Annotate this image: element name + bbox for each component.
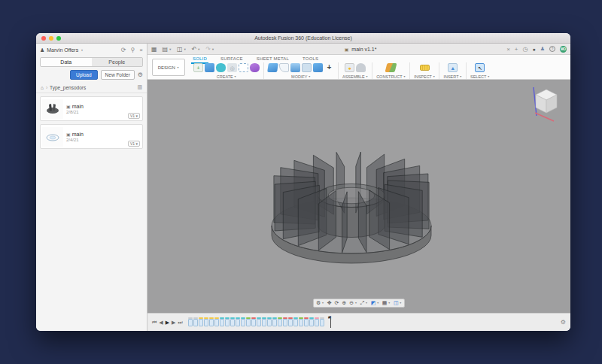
tab-people[interactable]: People xyxy=(92,58,143,66)
viewports-icon[interactable]: ◫▼ xyxy=(394,300,402,306)
timeline-feature-8[interactable] xyxy=(225,319,230,326)
pan-icon[interactable]: ✥ xyxy=(327,300,332,306)
timeline-feature-11[interactable] xyxy=(241,319,245,326)
timeline-feature-1[interactable] xyxy=(188,319,193,326)
timeline-feature-9[interactable] xyxy=(230,319,235,326)
extensions-icon[interactable]: ♟ xyxy=(540,46,545,52)
timeline-settings-gear-icon[interactable]: ⚙ xyxy=(561,319,566,326)
timeline-feature-4[interactable] xyxy=(204,319,208,326)
timeline-feature-25[interactable] xyxy=(315,319,319,326)
timeline-feature-24[interactable] xyxy=(309,319,314,326)
form-icon[interactable] xyxy=(216,63,226,72)
cylinder-icon[interactable]: ◎ xyxy=(227,63,237,72)
display-settings-icon[interactable]: ◩▼ xyxy=(371,300,379,306)
timeline-feature-7[interactable] xyxy=(220,319,224,326)
close-tab-icon[interactable]: × xyxy=(506,46,510,53)
ribbon-group-label[interactable]: INSPECT ▼ xyxy=(414,74,435,79)
pattern-icon[interactable] xyxy=(239,63,248,72)
version-badge[interactable]: V1 ▾ xyxy=(128,141,140,147)
fillet-icon[interactable] xyxy=(279,63,289,72)
workspace-selector[interactable]: DESIGN▼ xyxy=(152,59,185,76)
new-tab-icon[interactable]: + xyxy=(515,46,518,53)
timeline-feature-14[interactable] xyxy=(257,319,261,326)
timeline-feature-15[interactable] xyxy=(262,319,266,326)
user-menu[interactable]: ♟ Marvin Offers ▼ xyxy=(40,47,84,53)
viewport-canvas[interactable]: ⚙▼✥⟳⊕⊖▼⤢▼◩▼▦▼◫▼ xyxy=(147,80,570,313)
timeline-feature-3[interactable] xyxy=(199,319,203,326)
construction-plane-icon[interactable] xyxy=(385,63,397,72)
orbit-icon[interactable]: ⟳ xyxy=(335,300,339,306)
timeline-feature-13[interactable] xyxy=(251,319,256,326)
ribbon-group-label[interactable]: MODIFY ▼ xyxy=(291,74,311,79)
undo-icon[interactable]: ↶▼ xyxy=(192,46,201,53)
avatar[interactable]: MO xyxy=(560,46,567,53)
step-back-icon[interactable]: ◀ xyxy=(159,320,163,326)
timeline-feature-2[interactable] xyxy=(193,319,198,326)
sculpt-icon[interactable] xyxy=(250,63,260,72)
timeline-feature-20[interactable] xyxy=(288,319,293,326)
list-item[interactable]: ▣ main 2/8/21 V1 ▾ xyxy=(40,96,143,121)
new-folder-button[interactable]: New Folder xyxy=(101,70,135,80)
timeline-feature-26[interactable] xyxy=(320,319,324,326)
timeline-feature-21[interactable] xyxy=(293,319,298,326)
timeline-feature-19[interactable] xyxy=(283,319,287,326)
joint-icon[interactable] xyxy=(356,63,366,72)
version-badge[interactable]: V1 ▾ xyxy=(128,113,140,119)
timeline-feature-23[interactable] xyxy=(304,319,309,326)
redo-icon[interactable]: ↷▼ xyxy=(205,46,214,53)
folder-options-icon[interactable]: ▥ xyxy=(137,84,142,90)
panel-settings-gear-icon[interactable]: ⚙ xyxy=(138,71,143,78)
orbit-settings-icon[interactable]: ⚙▼ xyxy=(316,300,324,306)
refresh-icon[interactable]: ⟳ xyxy=(121,47,126,53)
document-tab[interactable]: ▣ main v1.1* xyxy=(345,47,377,52)
measure-icon[interactable] xyxy=(420,65,430,71)
timeline-feature-22[interactable] xyxy=(299,319,303,326)
close-panel-icon[interactable]: × xyxy=(139,47,143,53)
notifications-icon[interactable]: ● xyxy=(532,47,535,52)
fit-icon[interactable]: ⤢▼ xyxy=(360,300,368,306)
press-pull-icon[interactable] xyxy=(267,63,278,72)
box-icon[interactable] xyxy=(205,63,214,72)
timeline-feature-5[interactable] xyxy=(209,319,214,326)
zoom-out-icon[interactable]: ⊖▼ xyxy=(349,300,357,306)
tab-data[interactable]: Data xyxy=(41,58,92,66)
timeline-feature-10[interactable] xyxy=(236,319,240,326)
offset-face-icon[interactable] xyxy=(313,63,323,72)
timeline-feature-18[interactable] xyxy=(278,319,282,326)
upload-button[interactable]: Upload xyxy=(70,70,98,80)
move-icon[interactable]: + xyxy=(324,63,334,72)
job-status-icon[interactable]: ◷ xyxy=(523,46,528,53)
save-icon[interactable]: ◫▼ xyxy=(177,46,187,53)
timeline-feature-12[interactable] xyxy=(246,319,251,326)
insert-image-icon[interactable]: ▲ xyxy=(448,63,458,72)
select-icon[interactable]: ↖ xyxy=(475,63,485,72)
help-icon[interactable]: ? xyxy=(549,46,555,52)
timeline-playhead[interactable]: ⚑ xyxy=(327,317,335,329)
combine-icon[interactable] xyxy=(302,63,312,72)
timeline-feature-6[interactable] xyxy=(214,319,219,326)
ribbon-group-label[interactable]: CREATE ▼ xyxy=(217,74,236,79)
search-icon[interactable]: ⚲ xyxy=(130,47,135,53)
grid-settings-icon[interactable]: ▦▼ xyxy=(382,300,391,306)
list-item[interactable]: ▣ main 2/4/21 V1 ▾ xyxy=(40,124,143,149)
skip-end-icon[interactable]: ⏭ xyxy=(178,320,182,326)
3d-model[interactable] xyxy=(250,104,453,277)
step-forward-icon[interactable]: ▶ xyxy=(172,320,175,326)
skip-start-icon[interactable]: ⏮ xyxy=(152,320,157,326)
shell-icon[interactable] xyxy=(290,63,300,72)
file-menu-icon[interactable]: ▤▼ xyxy=(163,46,172,53)
play-icon[interactable]: ▶ xyxy=(166,320,169,326)
ribbon-group-label[interactable]: INSERT ▼ xyxy=(443,74,462,79)
zoom-in-icon[interactable]: ⊕ xyxy=(342,300,346,306)
breadcrumb-folder[interactable]: Type_pensodors xyxy=(50,85,86,90)
ribbon-group-label[interactable]: CONSTRUCT ▼ xyxy=(376,74,406,79)
timeline-feature-16[interactable] xyxy=(267,319,272,326)
ribbon-group-label[interactable]: SELECT ▼ xyxy=(470,74,490,79)
viewcube[interactable] xyxy=(528,84,563,122)
new-component-icon[interactable]: ● xyxy=(345,63,354,72)
timeline-feature-17[interactable] xyxy=(272,319,277,326)
home-icon[interactable]: ⌂ xyxy=(41,85,44,90)
ribbon-group-label[interactable]: ASSEMBLE ▼ xyxy=(342,74,368,79)
create-sketch-icon[interactable]: + xyxy=(193,63,203,72)
data-panel-toggle-icon[interactable]: ▦ xyxy=(151,46,157,53)
